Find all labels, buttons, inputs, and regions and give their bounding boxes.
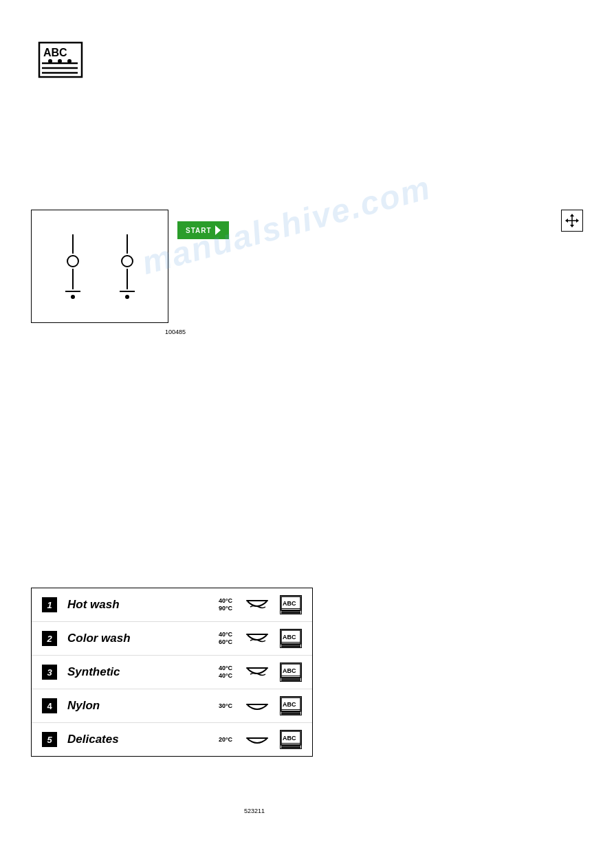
expand-icon[interactable] — [561, 210, 583, 232]
wash-tub-icon-3 — [245, 665, 270, 680]
svg-text:ABC: ABC — [283, 701, 296, 708]
stick-figure-2 — [120, 234, 135, 299]
stick-figure-1 — [65, 234, 80, 299]
program-row-5: 5 Delicates 20°C ABC — [32, 723, 312, 756]
start-arrow-icon — [215, 225, 221, 235]
temp-pair-5: 20°C — [219, 736, 232, 744]
svg-point-7 — [67, 59, 72, 63]
svg-rect-14 — [246, 600, 268, 601]
sf-body-2 — [127, 269, 128, 289]
abc-icon-2: ABC — [280, 629, 302, 648]
prog-temp-4: 30°C — [219, 702, 234, 710]
prog-temp-3: 40°C 40°C — [219, 665, 234, 680]
program-row-4: 4 Nylon 30°C ABC — [32, 689, 312, 723]
wash-tub-icon-4 — [245, 698, 270, 713]
program-row-3: 3 Synthetic 40°C 40°C ABC — [32, 656, 312, 689]
prog-num-2: 2 — [42, 631, 57, 646]
abc-icon-1: ABC — [280, 595, 302, 614]
temp-pair-4: 30°C — [219, 702, 232, 710]
program-row-1: 1 Hot wash 40°C 90°C ABC — [32, 588, 312, 622]
svg-marker-12 — [565, 219, 568, 223]
sf-dot-2 — [125, 295, 129, 299]
temp-pair-3: 40°C 40°C — [219, 665, 232, 680]
logo-icon: ABC — [38, 41, 86, 81]
prog-num-3: 3 — [42, 665, 57, 680]
logo-area: ABC — [38, 41, 86, 84]
abc-icon-4: ABC — [280, 696, 302, 715]
svg-marker-11 — [570, 225, 574, 227]
svg-text:ABC: ABC — [283, 600, 296, 607]
wash-tub-icon-2 — [245, 631, 270, 646]
svg-text:ABC: ABC — [283, 735, 296, 742]
prog-num-5: 5 — [42, 732, 57, 747]
temp-pair-2: 40°C 60°C — [219, 631, 232, 646]
program-row-2: 2 Color wash 40°C 60°C ABC — [32, 622, 312, 656]
abc-icon-5: ABC — [280, 730, 302, 749]
table-caption: 523211 — [244, 808, 265, 814]
sf-head-1 — [67, 255, 79, 267]
diagram-caption: 100485 — [165, 329, 186, 335]
prog-name-5: Delicates — [67, 733, 208, 746]
svg-text:ABC: ABC — [283, 667, 296, 674]
prog-name-4: Nylon — [67, 699, 208, 713]
wash-tub-icon-5 — [245, 732, 270, 747]
svg-rect-32 — [246, 704, 268, 705]
start-label: START — [186, 227, 212, 234]
start-button[interactable]: START — [177, 221, 229, 239]
prog-temp-1: 40°C 90°C — [219, 597, 234, 612]
prog-num-1: 1 — [42, 597, 57, 612]
svg-rect-20 — [246, 634, 268, 635]
program-table: 1 Hot wash 40°C 90°C ABC 2 — [31, 588, 313, 757]
prog-name-2: Color wash — [67, 632, 208, 645]
abc-icon-3: ABC — [280, 663, 302, 682]
sf-head-2 — [121, 255, 133, 267]
diagram-box — [31, 210, 168, 323]
prog-name-1: Hot wash — [67, 598, 208, 612]
prog-num-4: 4 — [42, 698, 57, 713]
expand-arrows-icon — [565, 214, 579, 227]
wash-tub-icon-1 — [245, 597, 270, 612]
svg-rect-26 — [246, 667, 268, 669]
prog-name-3: Synthetic — [67, 665, 208, 679]
svg-text:ABC: ABC — [283, 634, 296, 641]
svg-text:ABC: ABC — [43, 47, 67, 58]
svg-point-6 — [58, 59, 62, 63]
prog-temp-5: 20°C — [219, 736, 234, 744]
sf-dot-1 — [71, 295, 75, 299]
svg-marker-13 — [576, 219, 579, 223]
svg-marker-10 — [570, 214, 574, 216]
prog-temp-2: 40°C 60°C — [219, 631, 234, 646]
svg-rect-38 — [246, 737, 268, 739]
svg-point-5 — [48, 59, 52, 63]
sf-line-top-2 — [127, 234, 128, 254]
temp-pair-1: 40°C 90°C — [219, 597, 232, 612]
sf-base-2 — [120, 291, 135, 292]
sf-base-1 — [65, 291, 80, 292]
sf-body-1 — [72, 269, 74, 289]
sf-line-top-1 — [72, 234, 74, 254]
